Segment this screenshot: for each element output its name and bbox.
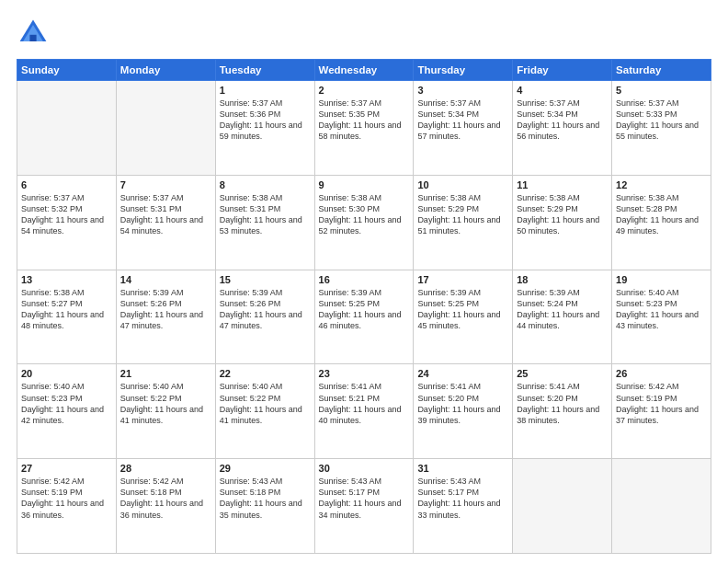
day-number: 15 <box>220 274 311 285</box>
day-number: 13 <box>21 274 112 285</box>
calendar-cell: 11Sunrise: 5:38 AM Sunset: 5:29 PM Dayli… <box>513 175 612 270</box>
cell-text: Sunrise: 5:42 AM Sunset: 5:19 PM Dayligh… <box>21 476 112 521</box>
cell-text: Sunrise: 5:40 AM Sunset: 5:23 PM Dayligh… <box>616 287 707 332</box>
day-number: 20 <box>21 368 112 379</box>
cell-text: Sunrise: 5:43 AM Sunset: 5:17 PM Dayligh… <box>417 476 508 521</box>
calendar-cell: 17Sunrise: 5:39 AM Sunset: 5:25 PM Dayli… <box>414 270 513 364</box>
calendar-cell: 21Sunrise: 5:40 AM Sunset: 5:22 PM Dayli… <box>116 364 215 459</box>
day-number: 3 <box>417 85 508 96</box>
weekday-header-monday: Monday <box>116 60 215 81</box>
calendar-week-2: 6Sunrise: 5:37 AM Sunset: 5:32 PM Daylig… <box>17 175 711 270</box>
calendar-cell: 3Sunrise: 5:37 AM Sunset: 5:34 PM Daylig… <box>414 81 513 176</box>
calendar-cell: 4Sunrise: 5:37 AM Sunset: 5:34 PM Daylig… <box>513 81 612 176</box>
svg-rect-2 <box>29 35 36 41</box>
calendar-cell: 9Sunrise: 5:38 AM Sunset: 5:30 PM Daylig… <box>314 175 414 270</box>
day-number: 18 <box>517 274 608 285</box>
cell-text: Sunrise: 5:42 AM Sunset: 5:19 PM Dayligh… <box>616 381 707 426</box>
calendar-cell: 7Sunrise: 5:37 AM Sunset: 5:31 PM Daylig… <box>116 175 215 270</box>
day-number: 21 <box>120 368 211 379</box>
cell-text: Sunrise: 5:38 AM Sunset: 5:29 PM Dayligh… <box>517 192 608 237</box>
cell-text: Sunrise: 5:38 AM Sunset: 5:30 PM Dayligh… <box>319 192 410 237</box>
day-number: 24 <box>417 368 508 379</box>
calendar-cell <box>612 459 711 554</box>
day-number: 31 <box>417 463 508 474</box>
day-number: 4 <box>517 85 608 96</box>
header <box>17 17 711 50</box>
calendar-cell: 1Sunrise: 5:37 AM Sunset: 5:36 PM Daylig… <box>215 81 314 176</box>
calendar-week-5: 27Sunrise: 5:42 AM Sunset: 5:19 PM Dayli… <box>17 459 711 554</box>
cell-text: Sunrise: 5:37 AM Sunset: 5:34 PM Dayligh… <box>517 98 608 143</box>
day-number: 16 <box>319 274 410 285</box>
cell-text: Sunrise: 5:38 AM Sunset: 5:29 PM Dayligh… <box>417 192 508 237</box>
page: SundayMondayTuesdayWednesdayThursdayFrid… <box>0 0 728 563</box>
calendar-cell: 28Sunrise: 5:42 AM Sunset: 5:18 PM Dayli… <box>116 459 215 554</box>
cell-text: Sunrise: 5:42 AM Sunset: 5:18 PM Dayligh… <box>120 476 211 521</box>
calendar-week-4: 20Sunrise: 5:40 AM Sunset: 5:23 PM Dayli… <box>17 364 711 459</box>
weekday-header-wednesday: Wednesday <box>314 60 414 81</box>
cell-text: Sunrise: 5:38 AM Sunset: 5:31 PM Dayligh… <box>220 192 311 237</box>
weekday-header-friday: Friday <box>513 60 612 81</box>
cell-text: Sunrise: 5:38 AM Sunset: 5:28 PM Dayligh… <box>616 192 707 237</box>
calendar-cell: 8Sunrise: 5:38 AM Sunset: 5:31 PM Daylig… <box>215 175 314 270</box>
cell-text: Sunrise: 5:37 AM Sunset: 5:34 PM Dayligh… <box>417 98 508 143</box>
cell-text: Sunrise: 5:38 AM Sunset: 5:27 PM Dayligh… <box>21 287 112 332</box>
calendar-cell: 22Sunrise: 5:40 AM Sunset: 5:22 PM Dayli… <box>215 364 314 459</box>
calendar-cell <box>17 81 117 176</box>
day-number: 6 <box>21 179 112 190</box>
calendar-cell: 10Sunrise: 5:38 AM Sunset: 5:29 PM Dayli… <box>414 175 513 270</box>
weekday-header-sunday: Sunday <box>17 60 117 81</box>
day-number: 10 <box>417 179 508 190</box>
day-number: 29 <box>220 463 311 474</box>
cell-text: Sunrise: 5:41 AM Sunset: 5:21 PM Dayligh… <box>319 381 410 426</box>
day-number: 30 <box>319 463 410 474</box>
day-number: 28 <box>120 463 211 474</box>
day-number: 22 <box>220 368 311 379</box>
calendar-cell: 30Sunrise: 5:43 AM Sunset: 5:17 PM Dayli… <box>314 459 414 554</box>
cell-text: Sunrise: 5:40 AM Sunset: 5:23 PM Dayligh… <box>21 381 112 426</box>
calendar-cell <box>513 459 612 554</box>
day-number: 26 <box>616 368 707 379</box>
cell-text: Sunrise: 5:43 AM Sunset: 5:17 PM Dayligh… <box>319 476 410 521</box>
day-number: 23 <box>319 368 410 379</box>
calendar-cell: 20Sunrise: 5:40 AM Sunset: 5:23 PM Dayli… <box>17 364 117 459</box>
calendar-cell: 26Sunrise: 5:42 AM Sunset: 5:19 PM Dayli… <box>612 364 711 459</box>
weekday-header-tuesday: Tuesday <box>215 60 314 81</box>
cell-text: Sunrise: 5:37 AM Sunset: 5:33 PM Dayligh… <box>616 98 707 143</box>
day-number: 25 <box>517 368 608 379</box>
calendar-week-1: 1Sunrise: 5:37 AM Sunset: 5:36 PM Daylig… <box>17 81 711 176</box>
weekday-header-thursday: Thursday <box>414 60 513 81</box>
cell-text: Sunrise: 5:40 AM Sunset: 5:22 PM Dayligh… <box>220 381 311 426</box>
day-number: 11 <box>517 179 608 190</box>
calendar-cell: 15Sunrise: 5:39 AM Sunset: 5:26 PM Dayli… <box>215 270 314 364</box>
calendar-cell: 29Sunrise: 5:43 AM Sunset: 5:18 PM Dayli… <box>215 459 314 554</box>
cell-text: Sunrise: 5:41 AM Sunset: 5:20 PM Dayligh… <box>417 381 508 426</box>
cell-text: Sunrise: 5:40 AM Sunset: 5:22 PM Dayligh… <box>120 381 211 426</box>
day-number: 2 <box>319 85 410 96</box>
cell-text: Sunrise: 5:39 AM Sunset: 5:26 PM Dayligh… <box>120 287 211 332</box>
day-number: 12 <box>616 179 707 190</box>
day-number: 17 <box>417 274 508 285</box>
day-number: 7 <box>120 179 211 190</box>
day-number: 5 <box>616 85 707 96</box>
calendar-cell: 12Sunrise: 5:38 AM Sunset: 5:28 PM Dayli… <box>612 175 711 270</box>
calendar-cell: 19Sunrise: 5:40 AM Sunset: 5:23 PM Dayli… <box>612 270 711 364</box>
cell-text: Sunrise: 5:37 AM Sunset: 5:35 PM Dayligh… <box>319 98 410 143</box>
calendar-week-3: 13Sunrise: 5:38 AM Sunset: 5:27 PM Dayli… <box>17 270 711 364</box>
cell-text: Sunrise: 5:41 AM Sunset: 5:20 PM Dayligh… <box>517 381 608 426</box>
calendar-cell: 16Sunrise: 5:39 AM Sunset: 5:25 PM Dayli… <box>314 270 414 364</box>
day-number: 8 <box>220 179 311 190</box>
calendar-cell: 27Sunrise: 5:42 AM Sunset: 5:19 PM Dayli… <box>17 459 117 554</box>
day-number: 14 <box>120 274 211 285</box>
calendar-cell: 14Sunrise: 5:39 AM Sunset: 5:26 PM Dayli… <box>116 270 215 364</box>
cell-text: Sunrise: 5:37 AM Sunset: 5:31 PM Dayligh… <box>120 192 211 237</box>
calendar-cell <box>116 81 215 176</box>
calendar-header-row: SundayMondayTuesdayWednesdayThursdayFrid… <box>17 60 711 81</box>
calendar-cell: 24Sunrise: 5:41 AM Sunset: 5:20 PM Dayli… <box>414 364 513 459</box>
calendar-cell: 6Sunrise: 5:37 AM Sunset: 5:32 PM Daylig… <box>17 175 117 270</box>
cell-text: Sunrise: 5:39 AM Sunset: 5:25 PM Dayligh… <box>319 287 410 332</box>
cell-text: Sunrise: 5:39 AM Sunset: 5:26 PM Dayligh… <box>220 287 311 332</box>
cell-text: Sunrise: 5:39 AM Sunset: 5:24 PM Dayligh… <box>517 287 608 332</box>
logo <box>17 17 55 50</box>
cell-text: Sunrise: 5:43 AM Sunset: 5:18 PM Dayligh… <box>220 476 311 521</box>
calendar-table: SundayMondayTuesdayWednesdayThursdayFrid… <box>17 59 711 554</box>
